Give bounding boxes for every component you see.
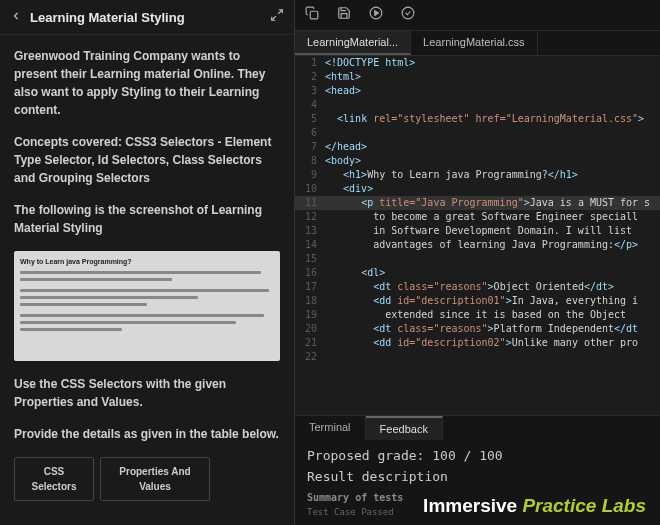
code-line[interactable]: 12 to become a great Software Engineer s… xyxy=(295,210,660,224)
editor-tab[interactable]: LearningMaterial... xyxy=(295,31,411,55)
expand-icon[interactable] xyxy=(270,8,284,26)
code-line[interactable]: 16 <dl> xyxy=(295,266,660,280)
code-line[interactable]: 13 in Software Development Domain. I wil… xyxy=(295,224,660,238)
chevron-left-icon[interactable] xyxy=(10,8,22,26)
play-icon[interactable] xyxy=(369,6,383,24)
code-line[interactable]: 2<html> xyxy=(295,70,660,84)
instruction-paragraph: Greenwood Training Company wants to pres… xyxy=(14,47,280,119)
bottom-tabs: TerminalFeedback xyxy=(295,415,660,440)
brand-watermark: Immersive Practice Labs xyxy=(423,495,646,517)
code-editor[interactable]: 1<!DOCTYPE html>2<html>3<head>45 <link r… xyxy=(295,56,660,415)
grade-text: Proposed grade: 100 / 100 xyxy=(307,448,648,463)
code-line[interactable]: 22 xyxy=(295,350,660,364)
table-header: CSS Selectors Properties And Values xyxy=(14,457,280,501)
screenshot-title: Why to Learn java Programming? xyxy=(20,257,274,268)
instructions: Greenwood Training Company wants to pres… xyxy=(0,35,294,525)
code-line[interactable]: 6 xyxy=(295,126,660,140)
editor-tabs: LearningMaterial...LearningMaterial.css xyxy=(295,31,660,56)
code-line[interactable]: 3<head> xyxy=(295,84,660,98)
app-root: Learning Material Styling Greenwood Trai… xyxy=(0,0,660,525)
brand-word-3: Labs xyxy=(602,495,646,516)
result-desc: Result description xyxy=(307,469,648,484)
example-screenshot: Why to Learn java Programming? xyxy=(14,251,280,361)
code-line[interactable]: 19 extended since it is based on the Obj… xyxy=(295,308,660,322)
svg-point-5 xyxy=(402,7,414,19)
code-line[interactable]: 15 xyxy=(295,252,660,266)
instruction-paragraph: The following is the screenshot of Learn… xyxy=(14,201,280,237)
table-col-selectors: CSS Selectors xyxy=(14,457,94,501)
svg-line-1 xyxy=(272,16,276,20)
code-line[interactable]: 8<body> xyxy=(295,154,660,168)
save-icon[interactable] xyxy=(337,6,351,24)
code-line[interactable]: 14 advantages of learning Java Programmi… xyxy=(295,238,660,252)
code-line[interactable]: 21 <dd id="description02">Unlike many ot… xyxy=(295,336,660,350)
code-line[interactable]: 1<!DOCTYPE html> xyxy=(295,56,660,70)
bottom-tab[interactable]: Terminal xyxy=(295,416,366,440)
brand-word-1: Immersive xyxy=(423,495,517,516)
code-line[interactable]: 9 <h1>Why to Learn java Programming?</h1… xyxy=(295,168,660,182)
svg-marker-4 xyxy=(375,11,379,16)
instruction-paragraph: Use the CSS Selectors with the given Pro… xyxy=(14,375,280,411)
left-header: Learning Material Styling xyxy=(0,0,294,35)
editor-tab[interactable]: LearningMaterial.css xyxy=(411,31,538,55)
svg-rect-2 xyxy=(310,11,318,19)
code-line[interactable]: 5 <link rel="stylesheet" href="LearningM… xyxy=(295,112,660,126)
instruction-paragraph: Concepts covered: CSS3 Selectors - Eleme… xyxy=(14,133,280,187)
copy-icon[interactable] xyxy=(305,6,319,24)
code-line[interactable]: 10 <div> xyxy=(295,182,660,196)
table-col-props: Properties And Values xyxy=(100,457,210,501)
code-line[interactable]: 11 <p title="Java Programming">Java is a… xyxy=(295,196,660,210)
right-panel: LearningMaterial...LearningMaterial.css … xyxy=(295,0,660,525)
code-line[interactable]: 17 <dt class="reasons">Object Oriented</… xyxy=(295,280,660,294)
brand-word-2: Practice xyxy=(522,495,596,516)
panel-title: Learning Material Styling xyxy=(30,10,262,25)
editor-toolbar xyxy=(295,0,660,31)
left-panel: Learning Material Styling Greenwood Trai… xyxy=(0,0,295,525)
svg-line-0 xyxy=(278,10,282,14)
bottom-tab[interactable]: Feedback xyxy=(366,416,443,440)
check-icon[interactable] xyxy=(401,6,415,24)
code-line[interactable]: 20 <dt class="reasons">Platform Independ… xyxy=(295,322,660,336)
instruction-paragraph: Provide the details as given in the tabl… xyxy=(14,425,280,443)
code-line[interactable]: 18 <dd id="description01">In Java, every… xyxy=(295,294,660,308)
code-line[interactable]: 7</head> xyxy=(295,140,660,154)
code-line[interactable]: 4 xyxy=(295,98,660,112)
